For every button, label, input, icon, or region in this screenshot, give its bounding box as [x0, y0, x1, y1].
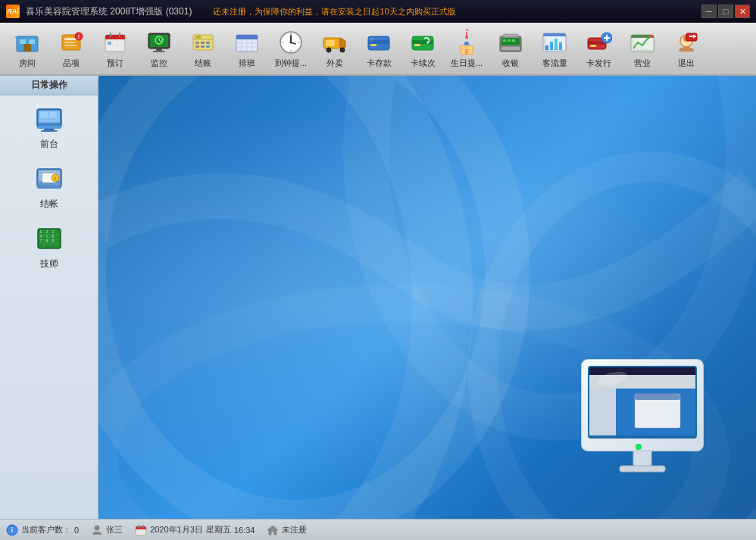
toolbar-item-birthday[interactable]: 🕯 生日提...	[445, 26, 488, 71]
svg-rect-30	[195, 42, 199, 44]
toolbar-label-delivery: 外卖	[326, 58, 343, 69]
reg-status: 未注册	[282, 524, 307, 535]
sidebar-label-front-desk: 前台	[40, 138, 58, 151]
svg-rect-24	[153, 51, 165, 52]
toolbar-label-business: 营业	[634, 58, 651, 69]
svg-point-156	[636, 444, 642, 450]
svg-rect-31	[201, 42, 205, 44]
sidebar-item-technician[interactable]: 1 2 3 4 5 6 7 8 9 技师	[0, 215, 98, 275]
card-renew-icon	[409, 29, 436, 56]
toolbar-item-delivery[interactable]: 外卖	[314, 26, 356, 71]
svg-point-53	[298, 42, 300, 43]
svg-rect-19	[108, 46, 111, 49]
toolbar-label-monitor: 监控	[151, 58, 167, 69]
toolbar-item-room[interactable]: 房间	[6, 26, 48, 71]
svg-point-70	[465, 36, 468, 39]
toolbar-item-business[interactable]: 营业	[621, 26, 664, 71]
svg-marker-55	[340, 38, 345, 48]
toolbar-label-room: 房间	[19, 58, 36, 69]
user-name: 张三	[106, 524, 123, 535]
svg-rect-20	[113, 46, 117, 49]
svg-rect-33	[195, 45, 199, 48]
svg-rect-116	[49, 112, 57, 118]
status-reg: 未注册	[267, 524, 307, 536]
toolbar-item-flow[interactable]: 客流量	[533, 26, 576, 71]
minimize-button[interactable]: ─	[701, 5, 717, 18]
product-icon: !	[58, 29, 85, 56]
svg-rect-90	[559, 42, 562, 50]
close-button[interactable]: ✕	[735, 5, 750, 18]
sidebar-item-front-desk[interactable]: 前台	[0, 95, 98, 155]
svg-rect-147	[588, 366, 697, 439]
svg-rect-119	[37, 186, 61, 189]
toolbar-item-monitor[interactable]: 监控	[138, 26, 180, 71]
home-icon	[267, 524, 279, 536]
svg-point-50	[290, 33, 292, 35]
svg-rect-4	[15, 36, 18, 38]
time-text: 16:34	[234, 526, 255, 535]
svg-rect-2	[29, 39, 35, 44]
schedule-icon	[233, 29, 261, 56]
business-icon	[629, 29, 656, 56]
sidebar-item-checkout[interactable]: ¥ 结帐	[0, 155, 98, 215]
toolbar-item-checkout[interactable]: 结账	[182, 26, 224, 71]
toolbar-item-card-renew[interactable]: 卡续次	[401, 26, 444, 71]
svg-rect-150	[589, 389, 616, 435]
toolbar-item-product[interactable]: ! 品项	[50, 26, 92, 71]
title-left: RAi 喜乐美容院管理系统 2008T增强版 (0301) 还未注册，为保障你的…	[6, 5, 456, 18]
svg-text:!: !	[78, 34, 80, 39]
calendar-icon	[135, 524, 147, 536]
background	[98, 76, 756, 519]
svg-text:i: i	[11, 526, 14, 534]
svg-point-52	[282, 42, 283, 43]
svg-rect-8	[64, 45, 77, 46]
statusbar: i 当前客户数： 0 张三 2020年1月3日 星期五 16:34	[0, 519, 756, 540]
sidebar-label-checkout: 结帐	[40, 198, 58, 211]
svg-point-56	[326, 48, 331, 52]
svg-rect-23	[156, 48, 162, 51]
toolbar-item-schedule[interactable]: 排班	[226, 26, 268, 71]
svg-rect-155	[620, 466, 665, 472]
toolbar-item-reservation[interactable]: 预订	[94, 26, 136, 71]
toolbar-item-card-store[interactable]: 卡存款	[358, 26, 400, 71]
svg-point-143	[366, 76, 748, 417]
svg-point-57	[340, 48, 345, 52]
svg-point-157	[637, 445, 640, 448]
svg-rect-148	[589, 367, 695, 375]
toolbar-label-cashier: 收银	[502, 58, 519, 69]
maximize-button[interactable]: □	[718, 5, 733, 18]
svg-rect-62	[370, 39, 374, 39]
toolbar-item-cashier[interactable]: 收银	[489, 26, 532, 71]
svg-rect-153	[635, 394, 680, 400]
front-desk-icon	[33, 103, 65, 135]
main-area: 日常操作 前台	[0, 76, 756, 519]
toolbar-item-exit[interactable]: 退出	[665, 26, 708, 71]
toolbar-item-card-issue[interactable]: 卡发行	[577, 26, 620, 71]
svg-point-49	[290, 41, 292, 43]
card-issue-icon	[585, 29, 612, 56]
svg-rect-66	[414, 44, 420, 46]
toolbar-item-clock[interactable]: 到钟提...	[270, 26, 312, 71]
svg-rect-82	[512, 39, 515, 42]
svg-rect-13	[105, 38, 125, 39]
svg-rect-36	[195, 36, 201, 39]
app-icon: RAi	[6, 5, 20, 18]
svg-rect-63	[370, 40, 373, 41]
toolbar-label-product: 品项	[63, 58, 80, 69]
toolbar-label-card-issue: 卡发行	[586, 58, 611, 69]
delivery-icon	[321, 29, 348, 56]
svg-rect-164	[136, 528, 146, 529]
svg-point-142	[98, 76, 442, 519]
title-notice: 还未注册，为保障你的利益，请在安装之日起10天之内购买正式版	[213, 6, 455, 17]
svg-point-161	[95, 525, 100, 530]
toolbar-label-clock: 到钟提...	[275, 58, 307, 69]
toolbar-label-exit: 退出	[678, 58, 695, 69]
svg-text:🕯: 🕯	[464, 29, 470, 32]
toolbar-label-flow: 客流量	[542, 58, 567, 69]
svg-rect-3	[23, 44, 31, 52]
svg-rect-32	[206, 42, 210, 44]
svg-rect-35	[206, 45, 210, 48]
svg-rect-154	[633, 451, 651, 466]
monitor-icon	[145, 29, 173, 56]
sidebar: 日常操作 前台	[0, 76, 98, 519]
